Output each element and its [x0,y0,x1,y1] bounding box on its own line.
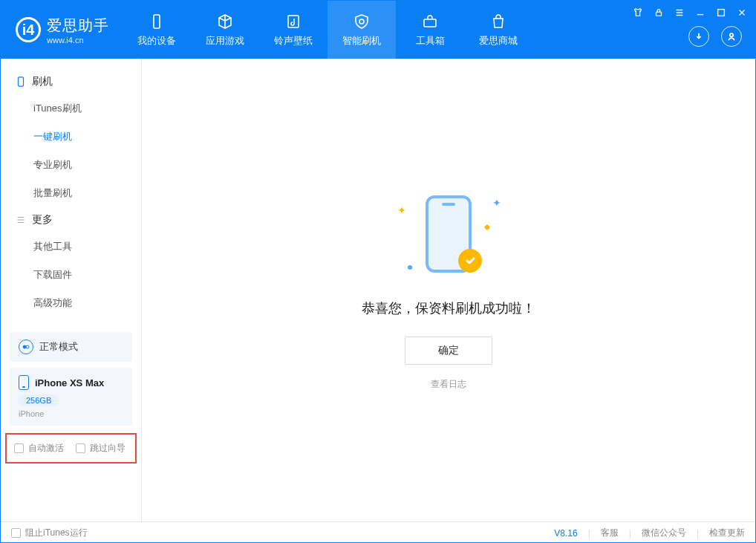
separator: | [697,528,699,539]
nav-ringtones[interactable]: 铃声壁纸 [259,1,328,59]
sidebar-head-label: 更多 [32,213,53,227]
checkbox-label: 自动激活 [28,442,64,455]
svg-rect-3 [656,12,662,16]
logo-icon: i4 [16,17,41,42]
success-illustration: ✦ ✦ [393,189,504,279]
check-update-link[interactable]: 检查更新 [709,527,745,539]
checkbox-icon [76,443,85,453]
success-title: 恭喜您，保资料刷机成功啦！ [362,299,535,317]
device-capacity-badge: 256GB [19,394,59,406]
checkbox-block-itunes[interactable]: 阻止iTunes运行 [11,527,88,539]
dot-icon [484,224,490,230]
bag-icon [489,12,508,31]
checkbox-auto-activate[interactable]: 自动激活 [14,442,64,455]
music-icon [284,12,303,31]
sidebar-head-label: 刷机 [32,75,53,88]
svg-rect-0 [154,15,160,28]
sparkle-icon: ✦ [492,197,501,209]
app-header: i4 爱思助手 www.i4.cn 我的设备 应用游戏 铃声壁纸 智能刷机 工具… [1,1,755,59]
checkbox-label: 跳过向导 [90,442,126,455]
checkbox-skip-guide[interactable]: 跳过向导 [76,442,126,455]
version-label: V8.16 [554,528,577,539]
sidebar-section-flash[interactable]: 刷机 [1,69,141,94]
device-mode-label: 正常模式 [39,340,78,354]
separator: | [588,528,590,539]
minimize-icon[interactable] [694,7,706,19]
nav-label: 智能刷机 [342,34,381,48]
user-button[interactable] [721,26,742,47]
sidebar-item-download-firmware[interactable]: 下载固件 [1,261,141,289]
svg-point-5 [730,33,733,36]
header-actions [688,26,742,47]
sparkle-icon: ✦ [397,204,406,216]
nav-toolbox[interactable]: 工具箱 [396,1,464,59]
sidebar-item-oneclick-flash[interactable]: 一键刷机 [1,123,141,151]
ok-button[interactable]: 确定 [405,336,492,365]
close-icon[interactable] [736,7,748,19]
options-row: 自动激活 跳过向导 [5,433,137,464]
device-type: iPhone [19,409,44,418]
dot-icon [408,265,412,270]
device-card[interactable]: iPhone XS Max 256GB iPhone [10,368,132,426]
checkmark-badge [458,249,482,273]
nav-my-device[interactable]: 我的设备 [123,1,191,59]
view-log-link[interactable]: 查看日志 [431,378,466,391]
nav-label: 我的设备 [137,34,176,48]
main-content: ✦ ✦ 恭喜您，保资料刷机成功啦！ 确定 查看日志 [142,59,755,521]
mode-icon [19,339,33,354]
checkbox-label: 阻止iTunes运行 [25,527,88,539]
nav-apps-games[interactable]: 应用游戏 [191,1,259,59]
sidebar-item-itunes-flash[interactable]: iTunes刷机 [1,94,141,123]
status-bar: 阻止iTunes运行 V8.16 | 客服 | 微信公众号 | 检查更新 [1,521,755,543]
toolbox-icon [420,12,440,31]
app-body: 刷机 iTunes刷机 一键刷机 专业刷机 批量刷机 更多 其他工具 下载固件 … [1,59,755,521]
checkbox-icon [14,443,24,453]
lock-icon[interactable] [653,7,665,19]
svg-point-7 [23,345,26,348]
sidebar-item-batch-flash[interactable]: 批量刷机 [1,179,141,207]
svg-point-8 [26,345,29,348]
nav-label: 应用游戏 [206,34,244,48]
sidebar-item-other-tools[interactable]: 其他工具 [1,233,141,261]
support-link[interactable]: 客服 [601,527,619,539]
phone-icon [19,375,29,390]
nav-label: 爱思商城 [479,34,518,48]
device-icon [147,12,166,31]
nav-smart-flash[interactable]: 智能刷机 [328,1,396,59]
sidebar-item-advanced[interactable]: 高级功能 [1,289,141,317]
logo: i4 爱思助手 www.i4.cn [1,1,123,59]
app-subtitle: www.i4.cn [47,36,109,45]
separator: | [629,528,631,539]
top-nav: 我的设备 应用游戏 铃声壁纸 智能刷机 工具箱 爱思商城 [123,1,532,59]
app-title: 爱思助手 [47,16,109,36]
list-icon [16,215,26,225]
shield-refresh-icon [352,12,371,31]
wechat-link[interactable]: 微信公众号 [642,527,686,539]
nav-store[interactable]: 爱思商城 [464,1,532,59]
menu-icon[interactable] [674,7,685,19]
device-mode-card[interactable]: 正常模式 [10,332,132,362]
nav-label: 铃声壁纸 [274,34,313,48]
sidebar-section-more[interactable]: 更多 [1,207,141,233]
checkbox-icon [11,528,21,538]
nav-label: 工具箱 [416,34,445,48]
svg-rect-4 [718,10,725,16]
svg-rect-6 [19,77,24,86]
download-button[interactable] [688,26,709,47]
cube-icon [215,12,235,31]
tshirt-icon[interactable] [632,7,644,19]
device-panel: 正常模式 iPhone XS Max 256GB iPhone [10,332,132,426]
svg-rect-2 [424,19,436,27]
phone-icon [16,77,26,87]
sidebar: 刷机 iTunes刷机 一键刷机 专业刷机 批量刷机 更多 其他工具 下载固件 … [1,59,142,521]
sidebar-item-pro-flash[interactable]: 专业刷机 [1,151,141,179]
maximize-icon[interactable] [715,7,727,19]
window-controls [632,7,748,19]
device-name: iPhone XS Max [35,377,104,388]
